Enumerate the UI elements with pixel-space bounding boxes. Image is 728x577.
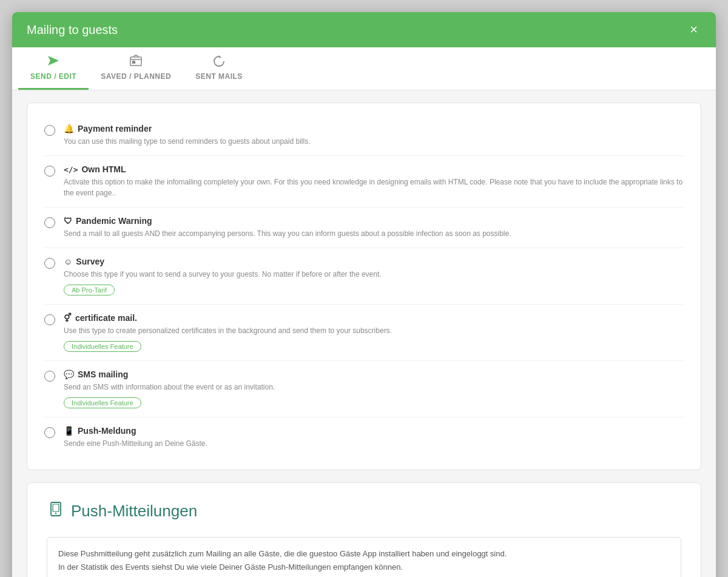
svg-rect-1 <box>130 57 141 66</box>
tab-saved-planned[interactable]: SAVED / PLANNED <box>89 47 183 90</box>
send-edit-icon <box>47 55 60 70</box>
option-title-sms-mailing: 💬 SMS mailing <box>64 369 684 379</box>
shield-icon: 🛡 <box>64 216 72 226</box>
modal-container: Mailing to guests × SEND / EDIT SAVED / <box>12 12 716 577</box>
svg-marker-3 <box>219 55 221 58</box>
tab-sent-mails-label: SENT MAILS <box>195 72 243 81</box>
options-card: 🔔 Payment reminder You can use this mail… <box>27 103 701 470</box>
radio-survey[interactable] <box>44 258 55 269</box>
option-desc-own-html: Activate this option to make the infomai… <box>64 177 684 198</box>
option-desc-payment-reminder: You can use this mailing type to send re… <box>64 136 684 147</box>
saved-planned-icon <box>129 55 143 70</box>
option-survey: ☺ Survey Choose this type if you want to… <box>44 248 684 305</box>
tabs-bar: SEND / EDIT SAVED / PLANNED SENT MAILS <box>12 47 716 90</box>
modal-body: 🔔 Payment reminder You can use this mail… <box>12 90 716 577</box>
certificate-icon: ⚥ <box>64 313 72 323</box>
tab-send-edit[interactable]: SEND / EDIT <box>18 47 89 90</box>
option-title-certificate-mail: ⚥ certificate mail. <box>64 313 684 323</box>
radio-pandemic-warning[interactable] <box>44 217 55 228</box>
option-pandemic-warning: 🛡 Pandemic Warning Send a mail to all gu… <box>44 208 684 248</box>
push-mitteilungen-title: Push-Mitteilungen <box>47 500 681 522</box>
tab-sent-mails[interactable]: SENT MAILS <box>183 47 255 90</box>
option-title-survey: ☺ Survey <box>64 257 684 266</box>
radio-sms-mailing[interactable] <box>44 371 55 382</box>
option-content-certificate-mail: ⚥ certificate mail. Use this type to cre… <box>64 313 684 352</box>
option-content-payment-reminder: 🔔 Payment reminder You can use this mail… <box>64 124 684 147</box>
certificate-badge: Individuelles Feature <box>64 341 141 352</box>
svg-point-6 <box>55 513 56 514</box>
close-button[interactable]: × <box>686 22 701 38</box>
option-desc-sms-mailing: Send an SMS with information about the e… <box>64 382 684 393</box>
option-desc-push-meldung: Sende eine Push-Mitteilung an Deine Gäst… <box>64 438 684 449</box>
radio-push-meldung[interactable] <box>44 427 55 438</box>
modal-header: Mailing to guests × <box>12 12 716 47</box>
modal-title: Mailing to guests <box>27 23 118 37</box>
push-info-text: Diese Pushmitteilung geht zusätzlich zum… <box>47 537 681 577</box>
option-push-meldung: 📱 Push-Meldung Sende eine Push-Mitteilun… <box>44 417 684 457</box>
option-title-push-meldung: 📱 Push-Meldung <box>64 426 684 436</box>
sms-icon: 💬 <box>64 369 74 379</box>
tab-send-edit-label: SEND / EDIT <box>30 72 76 81</box>
option-payment-reminder: 🔔 Payment reminder You can use this mail… <box>44 115 684 156</box>
survey-badge: Ab Pro-Tarif <box>64 285 115 295</box>
radio-own-html[interactable] <box>44 166 55 177</box>
push-meldung-icon: 📱 <box>64 426 74 436</box>
push-title-icon <box>47 500 65 522</box>
svg-marker-0 <box>48 56 59 66</box>
option-title-payment-reminder: 🔔 Payment reminder <box>64 124 684 133</box>
push-mitteilungen-card: Push-Mitteilungen Diese Pushmitteilung g… <box>27 482 701 577</box>
sent-mails-icon <box>212 55 226 70</box>
option-desc-certificate-mail: Use this type to create personalized cer… <box>64 325 684 336</box>
option-own-html: </> Own HTML Activate this option to mak… <box>44 156 684 208</box>
sms-badge: Individuelles Feature <box>64 397 141 408</box>
radio-certificate-mail[interactable] <box>44 314 55 325</box>
option-desc-pandemic-warning: Send a mail to all guests AND their acco… <box>64 228 684 239</box>
survey-icon: ☺ <box>64 257 72 266</box>
tab-saved-planned-label: SAVED / PLANNED <box>101 72 171 81</box>
svg-rect-2 <box>132 61 135 64</box>
option-sms-mailing: 💬 SMS mailing Send an SMS with informati… <box>44 361 684 417</box>
option-content-survey: ☺ Survey Choose this type if you want to… <box>64 257 684 295</box>
option-title-pandemic-warning: 🛡 Pandemic Warning <box>64 216 684 226</box>
bell-icon: 🔔 <box>64 124 74 133</box>
svg-rect-5 <box>53 504 59 511</box>
radio-payment-reminder[interactable] <box>44 125 55 136</box>
option-content-sms-mailing: 💬 SMS mailing Send an SMS with informati… <box>64 369 684 408</box>
option-desc-survey: Choose this type if you want to send a s… <box>64 269 684 280</box>
option-title-own-html: </> Own HTML <box>64 164 684 174</box>
code-icon: </> <box>64 165 78 174</box>
option-content-own-html: </> Own HTML Activate this option to mak… <box>64 164 684 198</box>
option-content-pandemic-warning: 🛡 Pandemic Warning Send a mail to all gu… <box>64 216 684 239</box>
option-certificate-mail: ⚥ certificate mail. Use this type to cre… <box>44 305 684 361</box>
option-content-push-meldung: 📱 Push-Meldung Sende eine Push-Mitteilun… <box>64 426 684 449</box>
